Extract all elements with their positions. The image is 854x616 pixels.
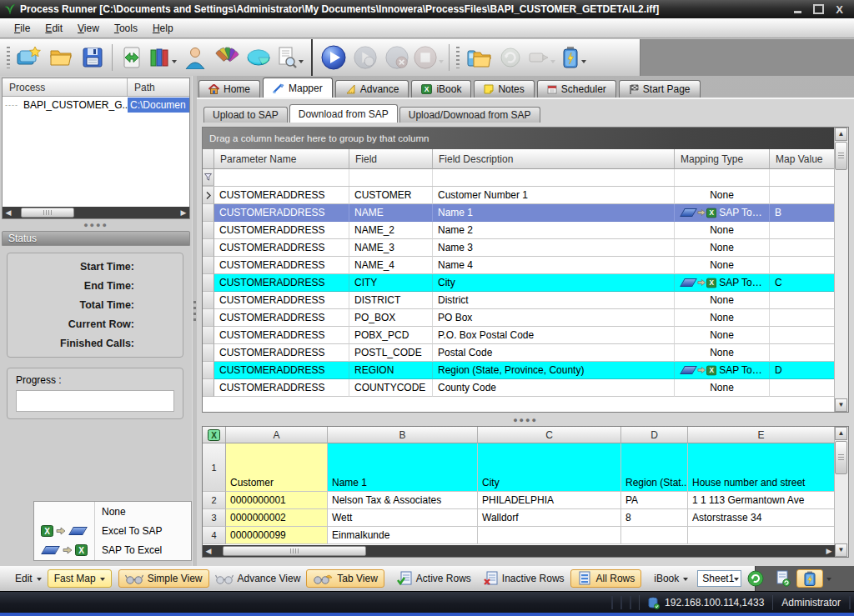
sheet-cell[interactable]: Astorstrasse 34 [688, 509, 835, 527]
sheet-cell[interactable] [688, 527, 835, 544]
sheet-cell[interactable]: Einmalkunde [328, 527, 478, 544]
cell-map-value[interactable] [770, 187, 835, 204]
tab-mapper[interactable]: Mapper [263, 78, 333, 98]
table-row[interactable]: CUSTOMERADDRESSNAMEName 1XSAP To E...B [203, 204, 835, 222]
cell-map-value[interactable] [770, 222, 835, 239]
cell-map-value[interactable]: B [770, 204, 835, 222]
sheet-cell[interactable]: Nelson Tax & Associates [328, 492, 478, 509]
sheet-select[interactable]: Sheet1 [697, 570, 741, 587]
tab-advance[interactable]: Advance [335, 80, 409, 98]
table-row[interactable]: CUSTOMERADDRESSCITYCityXSAP To E...C [203, 274, 835, 292]
power-save-button[interactable] [558, 42, 590, 73]
cell-mapping-type[interactable]: None [675, 327, 770, 344]
advance-view-button[interactable]: Advance View [209, 569, 307, 588]
table-row[interactable]: CUSTOMERADDRESSCUSTOMERCustomer Number 1… [203, 187, 835, 204]
col-field[interactable]: Field [349, 149, 433, 169]
close-icon[interactable]: X [836, 3, 843, 16]
ibook-menu-button[interactable]: iBook [648, 569, 694, 588]
tab-home[interactable]: Home [198, 80, 260, 98]
sheet-cell[interactable]: 0000000001 [226, 492, 328, 509]
active-rows-button[interactable]: Active Rows [391, 569, 477, 588]
tab-notes[interactable]: Notes [474, 80, 534, 98]
grid-vscrollbar[interactable]: ▲ ▼ [834, 128, 848, 412]
table-row[interactable]: CUSTOMERADDRESSREGIONRegion (State, Prov… [203, 362, 835, 379]
subtab-download-from-sap[interactable]: Download from SAP [289, 104, 398, 123]
cell-map-value[interactable] [770, 344, 835, 362]
menu-edit[interactable]: Edit [38, 20, 70, 37]
process-path[interactable]: C:\Documen [128, 98, 189, 113]
col-parameter-name[interactable]: Parameter Name [214, 149, 349, 169]
tab-scheduler[interactable]: Scheduler [537, 80, 616, 98]
preview-dropdown-caret[interactable] [299, 60, 304, 66]
print-preview-button[interactable] [274, 42, 306, 73]
fast-map-button[interactable]: Fast Map [48, 569, 112, 588]
power-view-button[interactable] [796, 569, 823, 588]
sheet-cell[interactable]: Customer [226, 443, 328, 492]
row-number[interactable]: 4 [203, 527, 226, 544]
cell-map-value[interactable]: D [770, 362, 835, 379]
panel-splitter[interactable]: ●●●● [0, 222, 192, 229]
tab-ibook[interactable]: X iBook [411, 80, 471, 98]
save-button[interactable] [77, 42, 108, 73]
scroll-thumb[interactable] [223, 546, 366, 556]
cell-map-value[interactable] [770, 309, 835, 327]
sheet-cell[interactable]: Name 1 [328, 443, 478, 492]
sheet-cell[interactable]: Region (Stat... [621, 443, 688, 492]
user-button[interactable] [179, 42, 211, 73]
sheet-cell[interactable] [478, 527, 621, 544]
scroll-thumb[interactable] [835, 142, 847, 170]
power-dropdown-caret[interactable] [581, 60, 586, 66]
books-dropdown-caret[interactable] [172, 60, 177, 66]
cell-mapping-type[interactable]: XSAP To E... [675, 274, 770, 292]
all-rows-button[interactable]: All Rows [570, 569, 642, 588]
cell-mapping-type[interactable]: XSAP To E... [675, 204, 770, 222]
sheet-row[interactable]: 20000000001Nelson Tax & AssociatesPHILAD… [203, 492, 835, 509]
tab-view-button[interactable]: Tab View [306, 569, 384, 588]
run-button[interactable] [318, 42, 349, 73]
sheet-row[interactable]: 1CustomerName 1CityRegion (Stat...House … [203, 443, 835, 492]
cell-mapping-type[interactable]: None [675, 292, 770, 309]
sheet-row[interactable]: 40000000099Einmalkunde [203, 527, 835, 544]
col-a[interactable]: A [226, 427, 328, 443]
menu-file[interactable]: File [7, 20, 38, 37]
subtab-upload-download[interactable]: Upload/Downoad from SAP [399, 107, 540, 123]
sheet-cell[interactable] [621, 527, 688, 544]
row-number[interactable]: 1 [203, 443, 226, 492]
process-hscrollbar[interactable]: ◀ ▶ [3, 207, 189, 218]
col-field-description[interactable]: Field Description [433, 149, 675, 169]
col-c[interactable]: C [478, 427, 621, 443]
sheet-cell[interactable]: 8 [621, 509, 688, 527]
sheet-cell[interactable]: House number and street [688, 443, 835, 492]
scroll-right-icon[interactable]: ▶ [823, 547, 835, 555]
sheet-cell[interactable]: Walldorf [478, 509, 621, 527]
table-row[interactable]: CUSTOMERADDRESSCOUNTYCODECounty CodeNone [203, 379, 835, 397]
sheet-cell[interactable]: Wett [328, 509, 478, 527]
menu-help[interactable]: Help [145, 20, 181, 37]
table-row[interactable]: CUSTOMERADDRESSNAME_3Name 3None [203, 239, 835, 257]
toolbar-grip[interactable] [7, 47, 10, 68]
chart-button[interactable] [243, 42, 274, 73]
groupby-bar[interactable]: Drag a column header here to group by th… [203, 128, 835, 149]
col-b[interactable]: B [328, 427, 478, 443]
scroll-down-icon[interactable]: ▼ [835, 543, 847, 557]
sheet-corner-excel-icon[interactable]: X [203, 427, 226, 443]
table-row[interactable]: CUSTOMERADDRESSPO_BOXPO BoxNone [203, 309, 835, 327]
table-row[interactable]: CUSTOMERADDRESSNAME_4Name 4None [203, 257, 835, 274]
cell-map-value[interactable]: C [770, 274, 835, 292]
scroll-up-icon[interactable]: ▲ [835, 427, 847, 440]
menu-view[interactable]: View [70, 20, 107, 37]
maximize-icon[interactable] [813, 4, 824, 14]
cell-map-value[interactable] [770, 292, 835, 309]
simple-view-button[interactable]: Simple View [118, 569, 209, 588]
refresh-sheet-button[interactable] [741, 569, 770, 588]
scroll-left-icon[interactable]: ◀ [3, 208, 14, 217]
subtab-upload-to-sap[interactable]: Upload to SAP [203, 107, 288, 123]
sheet-cell[interactable]: 1 1 113 Germantown Ave [688, 492, 835, 509]
process-folder-button[interactable] [463, 42, 495, 73]
cell-map-value[interactable] [770, 257, 835, 274]
sheet-cell[interactable]: 0000000099 [226, 527, 328, 544]
inactive-rows-button[interactable]: Inactive Rows [477, 569, 570, 588]
theme-palette-button[interactable] [211, 42, 243, 73]
toolbar-overflow-caret[interactable] [826, 578, 831, 583]
scroll-up-icon[interactable]: ▲ [835, 128, 847, 141]
